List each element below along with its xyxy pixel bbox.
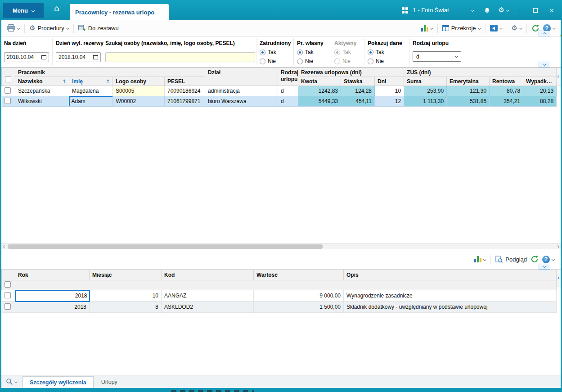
calendar-icon[interactable] bbox=[41, 55, 46, 59]
zatrudniony-option-tak[interactable]: Tak bbox=[260, 49, 291, 55]
cell-wartosc[interactable]: 9 000,00 bbox=[254, 290, 344, 302]
column-header-emerytalna[interactable]: Emerytalna bbox=[447, 77, 490, 86]
details-chart-button[interactable] bbox=[472, 256, 488, 262]
cell-logo[interactable]: S00005 bbox=[113, 86, 165, 96]
column-header-pesel[interactable]: PESEL bbox=[165, 77, 205, 86]
column-header-imie[interactable]: Imię↑ bbox=[69, 77, 113, 86]
tabbar-search-button[interactable] bbox=[6, 378, 17, 385]
column-header-rentowa[interactable]: Rentowa bbox=[490, 77, 523, 86]
cell-miesiac[interactable]: 10 bbox=[90, 290, 162, 302]
cell-opis[interactable]: Wynagrodzenie zasadnicze bbox=[344, 290, 557, 302]
cell-pesel[interactable]: 71061799871 bbox=[165, 96, 205, 107]
filter-panel-collapse-up-button[interactable] bbox=[539, 31, 550, 36]
cell-dzial[interactable]: administracja bbox=[205, 86, 278, 96]
table-row[interactable]: Szczepańska Magdalena S00005 70090186924… bbox=[2, 86, 557, 96]
row-checkbox[interactable] bbox=[4, 303, 11, 310]
rodzaj-urlopu-select[interactable]: d bbox=[413, 51, 461, 62]
details-refresh-button[interactable] bbox=[529, 255, 540, 263]
cell-miesiac[interactable]: 8 bbox=[90, 302, 162, 313]
przekroje-button[interactable]: Przekroje bbox=[441, 25, 482, 32]
operations-button[interactable]: ⚙ bbox=[510, 25, 524, 32]
zatrudniony-option-nie[interactable]: Nie bbox=[260, 58, 291, 64]
cell-stawka[interactable]: 454,11 bbox=[341, 96, 375, 107]
scroll-left-arrow[interactable] bbox=[1, 243, 8, 250]
cell-rok[interactable]: 2018 bbox=[15, 302, 90, 313]
close-button[interactable]: × bbox=[546, 7, 558, 14]
row-checkbox[interactable] bbox=[4, 87, 11, 94]
cell-kwota[interactable]: 5449,33 bbox=[298, 96, 341, 107]
column-header-rok[interactable]: Rok bbox=[15, 270, 90, 280]
column-header-wartosc[interactable]: Wartość bbox=[254, 270, 344, 280]
details-panel-collapse-down-button[interactable] bbox=[539, 264, 550, 270]
chevron-down-icon[interactable] bbox=[506, 9, 509, 12]
procedury-button[interactable]: ⚙ Procedury bbox=[27, 25, 71, 32]
cell-dzial[interactable]: biuro Warszawa bbox=[205, 96, 278, 107]
pokazuj-dane-option-nie[interactable]: Nie bbox=[368, 58, 402, 64]
settings-gear-icon[interactable]: ⚙ bbox=[499, 7, 504, 14]
cell-pesel[interactable]: 70090186924 bbox=[165, 86, 205, 96]
na-dzien-date-input[interactable]: 2018.10.04 bbox=[4, 52, 49, 62]
do-zestawu-button[interactable]: Do zestawu bbox=[76, 25, 121, 32]
cell-imie[interactable]: Magdalena bbox=[69, 86, 113, 96]
cell-wypadkowa[interactable]: 20,13 bbox=[523, 86, 557, 96]
cell-suma[interactable]: 253,90 bbox=[404, 86, 447, 96]
table-row-selected[interactable]: Wilkowski Adam W00002 71061799871 biuro … bbox=[2, 96, 557, 107]
table-row[interactable]: 2018 10 AANGAZ 9 000,00 Wynagrodzenie za… bbox=[2, 290, 557, 302]
cell-kod[interactable]: ASKLDOD2 bbox=[162, 302, 254, 313]
cell-logo[interactable]: W00002 bbox=[113, 96, 165, 107]
cell-wypadkowa[interactable]: 88,28 bbox=[523, 96, 557, 107]
column-header-wypadkowa[interactable]: Wypadkowa bbox=[523, 77, 557, 86]
column-header-miesiac[interactable]: Miesiąc bbox=[90, 270, 162, 280]
podglad-button[interactable]: Podgląd bbox=[494, 256, 529, 263]
scroll-right-arrow[interactable] bbox=[554, 243, 561, 250]
cell-rodzaj-urlopu[interactable]: d bbox=[278, 86, 298, 96]
cell-stawka[interactable]: 124,28 bbox=[341, 86, 375, 96]
cell-kwota[interactable]: 1242,83 bbox=[298, 86, 341, 96]
column-header-kod[interactable]: Kod bbox=[162, 270, 254, 280]
cell-wartosc[interactable]: 1 500,00 bbox=[254, 302, 344, 313]
notifications-bell-icon[interactable] bbox=[484, 7, 490, 14]
cell-nazwisko[interactable]: Wilkowski bbox=[15, 96, 69, 107]
navigate-back-button[interactable] bbox=[488, 25, 504, 32]
company-selector[interactable]: 1 - Foto Świat bbox=[413, 7, 449, 14]
column-header-opis[interactable]: Opis bbox=[344, 270, 557, 280]
table-row[interactable]: 2018 8 ASKLDOD2 1 500,00 Składnik dodatk… bbox=[2, 302, 557, 313]
dzien-wyl-date-input[interactable]: 2018.10.04 bbox=[56, 52, 101, 62]
cell-nazwisko[interactable]: Szczepańska bbox=[15, 86, 69, 96]
column-header-rodzaj-urlopu[interactable]: Rodzaj urlopu bbox=[278, 68, 298, 86]
pr-wlasny-option-nie[interactable]: Nie bbox=[297, 58, 324, 64]
chevron-down-icon[interactable] bbox=[471, 9, 474, 12]
cell-rentowa[interactable]: 354,21 bbox=[490, 96, 523, 107]
cell-rentowa[interactable]: 80,78 bbox=[490, 86, 523, 96]
column-header-dzial[interactable]: Dział bbox=[205, 68, 278, 86]
details-help-button[interactable]: ? bbox=[540, 256, 556, 263]
chart-button[interactable] bbox=[419, 25, 435, 32]
tab-pracownicy-rezerwa-urlopowa[interactable]: Pracownicy - rezerwa urlopo bbox=[70, 4, 169, 20]
tab-urlopy[interactable]: Urlopy bbox=[94, 376, 124, 388]
menu-button[interactable]: Menu bbox=[3, 3, 44, 18]
cell-imie-focused[interactable]: Adam bbox=[69, 96, 113, 107]
scrollbar-thumb[interactable] bbox=[8, 244, 323, 249]
column-header-suma[interactable]: Suma bbox=[404, 77, 447, 86]
tab-szczegoly-wyliczenia[interactable]: Szczegóły wyliczenia bbox=[22, 376, 94, 388]
search-input[interactable] bbox=[105, 52, 255, 62]
pokazuj-dane-option-tak[interactable]: Tak bbox=[368, 49, 402, 55]
cell-opis[interactable]: Składnik dodatkowy - uwzględniany w pods… bbox=[344, 302, 557, 313]
horizontal-scrollbar[interactable] bbox=[1, 243, 561, 249]
cell-kod[interactable]: AANGAZ bbox=[162, 290, 254, 302]
print-button[interactable] bbox=[5, 24, 22, 32]
filter-panel-collapse-down-button[interactable] bbox=[539, 62, 550, 68]
column-header-dni[interactable]: Dni bbox=[375, 77, 404, 86]
select-all-checkbox[interactable] bbox=[4, 281, 11, 288]
side-panel-toggle[interactable] bbox=[556, 68, 561, 86]
apps-grid-icon[interactable] bbox=[402, 7, 408, 14]
column-header-kwota[interactable]: Kwota bbox=[298, 77, 341, 86]
column-header-nazwisko[interactable]: Nazwisko↑ bbox=[15, 77, 69, 86]
cell-dni[interactable]: 12 bbox=[375, 96, 404, 107]
cell-emerytalna[interactable]: 531,85 bbox=[447, 96, 490, 107]
calendar-icon[interactable] bbox=[93, 55, 98, 59]
column-header-logo-osoby[interactable]: Logo osoby bbox=[113, 77, 165, 86]
column-header-stawka[interactable]: Stawka bbox=[341, 77, 375, 86]
cell-rodzaj-urlopu[interactable]: d bbox=[278, 96, 298, 107]
minimize-button[interactable]: – bbox=[513, 7, 525, 14]
